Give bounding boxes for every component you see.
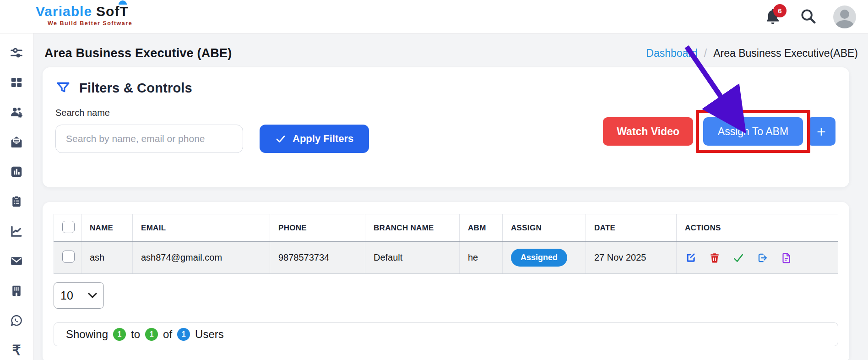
col-header-phone: PHONE [270, 214, 365, 242]
app-logo[interactable]: VariableSofT We Build Better Software [36, 5, 132, 27]
showing-total-badge: 1 [177, 328, 190, 341]
document-button[interactable] [780, 252, 792, 264]
assign-to-abm-button[interactable]: Assign To ABM [703, 117, 803, 146]
sidebar-item-sliders[interactable] [9, 45, 24, 60]
sidebar-item-reports[interactable] [9, 164, 24, 179]
breadcrumb-current: Area Business Executive(ABE) [713, 47, 858, 60]
plus-icon: + [817, 123, 826, 141]
col-header-assign: ASSIGN [503, 214, 586, 242]
sidebar-item-tasks[interactable] [9, 194, 24, 209]
watch-video-button[interactable]: Watch Video [603, 117, 693, 146]
filters-title: Filters & Controls [79, 81, 192, 96]
line-chart-icon [10, 224, 23, 238]
sidebar-item-analytics[interactable] [9, 224, 24, 239]
main-content: Area Business Executive (ABE) Dashboard … [33, 33, 868, 360]
showing-to-badge: 1 [145, 328, 158, 341]
breadcrumb-dashboard-link[interactable]: Dashboard [646, 47, 698, 60]
edit-button[interactable] [685, 252, 697, 264]
bar-chart-square-icon [10, 165, 23, 179]
search-input[interactable] [55, 125, 243, 153]
users-table: NAME EMAIL PHONE BRANCH NAME ABM ASSIGN … [54, 214, 838, 274]
showing-from-badge: 1 [113, 328, 126, 341]
cell-name: ash [81, 242, 133, 274]
page-size-select[interactable]: 10 [54, 282, 104, 309]
left-sidebar-nav: ₹ [0, 33, 33, 360]
apply-filters-button[interactable]: Apply Filters [260, 125, 369, 153]
breadcrumb-separator: / [704, 47, 707, 60]
sidebar-item-inbox[interactable] [9, 135, 24, 149]
top-header-bar: VariableSofT We Build Better Software 6 [0, 0, 868, 33]
cell-abm: he [460, 242, 503, 274]
logo-word-variable: Variable [36, 4, 92, 19]
filter-funnel-icon [55, 80, 71, 96]
notification-count-badge: 6 [773, 4, 787, 17]
row-checkbox[interactable] [62, 251, 75, 263]
filters-panel: Filters & Controls Search name Apply Fil… [43, 67, 849, 187]
search-name-label: Search name [55, 108, 243, 118]
cell-date: 27 Nov 2025 [586, 242, 677, 274]
users-table-panel: NAME EMAIL PHONE BRANCH NAME ABM ASSIGN … [43, 202, 849, 360]
col-header-email: EMAIL [133, 214, 270, 242]
sidebar-item-dashboard-grid[interactable] [9, 75, 24, 90]
breadcrumb: Dashboard / Area Business Executive(ABE) [646, 47, 858, 60]
envelope-open-icon [10, 135, 23, 149]
table-header-row: NAME EMAIL PHONE BRANCH NAME ABM ASSIGN … [54, 214, 838, 242]
logout-user-button[interactable] [756, 252, 768, 264]
add-button[interactable]: + [807, 117, 835, 146]
col-header-date: DATE [586, 214, 677, 242]
logo-tagline: We Build Better Software [48, 21, 132, 27]
red-highlight-box: Assign To ABM [696, 110, 810, 153]
green-check-icon [732, 252, 744, 264]
file-lines-icon [780, 252, 792, 264]
trash-icon [709, 252, 721, 264]
row-actions [685, 252, 830, 264]
col-header-name: NAME [81, 214, 133, 242]
logo-word-t: T [119, 4, 128, 19]
sidebar-item-email[interactable] [9, 254, 24, 268]
whatsapp-icon [10, 314, 23, 327]
col-header-abm: ABM [460, 214, 503, 242]
notifications-bell-button[interactable]: 6 [764, 7, 783, 27]
approve-button[interactable] [732, 252, 744, 264]
mail-icon [10, 254, 23, 268]
showing-summary: Showing 1 to 1 of 1 Users [54, 322, 838, 346]
logo-word-sof: Sof [96, 4, 119, 19]
table-row: ash ash874@gmail.com 9878573734 Default … [54, 242, 838, 274]
page-title: Area Business Executive (ABE) [44, 46, 232, 60]
sliders-icon [10, 46, 23, 60]
sidebar-item-team-manage[interactable] [9, 105, 24, 120]
search-icon [799, 7, 817, 25]
assigned-status-badge: Assigned [511, 249, 567, 267]
sidebar-item-whatsapp[interactable] [9, 313, 24, 328]
grid-icon [10, 76, 23, 89]
cell-phone: 9878573734 [270, 242, 365, 274]
cell-email: ash874@gmail.com [133, 242, 270, 274]
select-all-checkbox[interactable] [62, 221, 75, 233]
check-icon [275, 133, 286, 144]
cell-branch: Default [365, 242, 460, 274]
sidebar-item-company[interactable] [9, 284, 24, 298]
col-header-branch: BRANCH NAME [365, 214, 460, 242]
delete-button[interactable] [709, 252, 721, 264]
search-button[interactable] [799, 7, 817, 27]
user-avatar[interactable] [833, 5, 856, 28]
clipboard-list-icon [10, 195, 23, 208]
sign-out-icon [756, 252, 768, 264]
col-header-actions: ACTIONS [677, 214, 838, 242]
sidebar-item-payments[interactable]: ₹ [9, 343, 24, 358]
building-icon [10, 284, 23, 298]
users-gear-icon [10, 105, 23, 119]
edit-icon [685, 252, 697, 264]
rupee-icon: ₹ [12, 344, 21, 357]
avatar-person-icon [840, 10, 849, 19]
